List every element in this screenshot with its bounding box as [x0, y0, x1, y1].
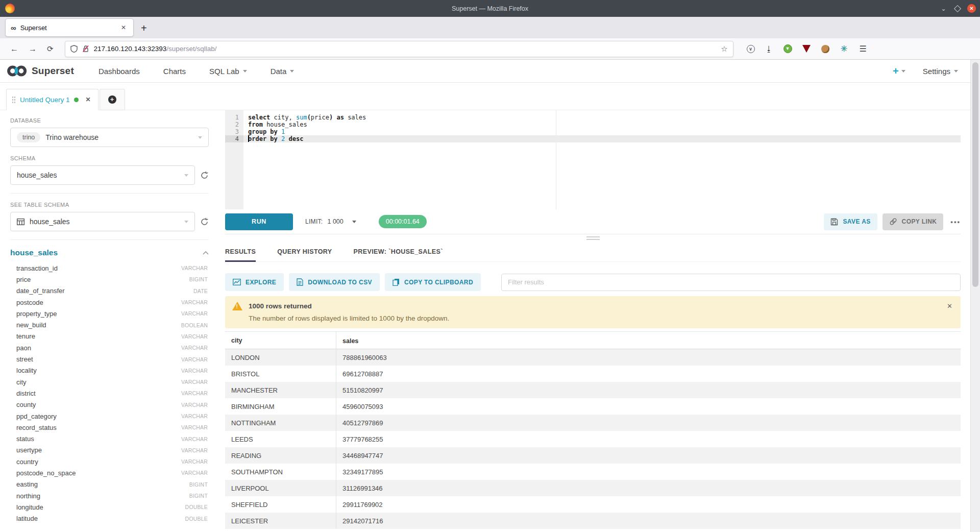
column-header-city[interactable]: city [225, 337, 242, 344]
tracking-shield-icon[interactable] [70, 45, 78, 53]
column-name: postcode [16, 299, 181, 306]
url-bar[interactable]: 217.160.120.143:32393/superset/sqllab/ ☆ [65, 41, 733, 57]
superset-logo-icon [6, 64, 29, 78]
nav-item-sql-lab[interactable]: SQL Lab [209, 67, 247, 76]
nav-label: Dashboards [99, 67, 140, 76]
sql-editor[interactable]: 1234 select city, sum(price) as salesfro… [225, 110, 961, 209]
tab-close-icon[interactable]: ✕ [119, 23, 128, 32]
alert-close-icon[interactable]: ✕ [947, 302, 952, 310]
results-tabbar: RESULTS QUERY HISTORY PREVIEW: `HOUSE_SA… [225, 241, 961, 262]
reload-icon[interactable]: ⟳ [47, 44, 54, 54]
pane-resize-handle[interactable] [225, 234, 961, 241]
superset-brand[interactable]: Superset [6, 64, 74, 78]
copy-link-button[interactable]: COPY LINK [883, 213, 944, 230]
downloads-icon[interactable]: ⭳ [765, 44, 774, 54]
tab-preview-house-sales[interactable]: PREVIEW: `HOUSE_SALES` [354, 241, 443, 262]
column-type: DATE [193, 288, 208, 294]
schema-column-row: locality VARCHAR [10, 365, 209, 376]
nav-item-charts[interactable]: Charts [163, 67, 186, 76]
table-row: LIVERPOOL 31126991346 [225, 480, 961, 496]
column-list: transaction_id VARCHAR price BIGINT date… [10, 262, 209, 524]
privacy-badger-icon[interactable]: ▼ [783, 44, 792, 53]
column-name: postcode_no_space [16, 469, 181, 477]
column-type: DOUBLE [185, 516, 208, 522]
schema-column-row: county VARCHAR [10, 399, 209, 410]
schema-column-row: city VARCHAR [10, 376, 209, 388]
filter-results-input[interactable] [501, 274, 961, 291]
superset-favicon-icon: ∞ [11, 24, 16, 32]
more-options-icon[interactable]: ••• [950, 218, 961, 226]
browser-tab-title: Superset [20, 24, 119, 32]
tab-results[interactable]: RESULTS [225, 241, 256, 262]
column-name: record_status [16, 424, 181, 431]
copy-clipboard-button[interactable]: COPY TO CLIPBOARD [385, 273, 481, 291]
nav-item-data[interactable]: Data [271, 67, 295, 76]
column-type: VARCHAR [181, 368, 208, 374]
chevron-down-icon [198, 136, 202, 139]
cell-sales: 34468947747 [336, 452, 383, 460]
page-scrollbar[interactable] [970, 60, 980, 532]
nav-item-dashboards[interactable]: Dashboards [99, 67, 140, 76]
copy-clipboard-label: COPY TO CLIPBOARD [404, 279, 473, 286]
schema-column-row: property_type VARCHAR [10, 308, 209, 319]
consent-extension-icon[interactable]: ✳ [840, 44, 849, 54]
table-heading[interactable]: house_sales [10, 248, 203, 257]
column-name: ppd_category [16, 413, 181, 420]
query-tab-active[interactable]: Untitled Query 1 ✕ [6, 89, 99, 110]
back-icon[interactable]: ← [10, 44, 18, 54]
database-select[interactable]: trino Trino warehouse [10, 128, 209, 147]
table-row: LEICESTER 29142071716 [225, 513, 961, 529]
file-icon [297, 278, 303, 286]
cell-sales: 69612708887 [336, 370, 383, 378]
cell-city: NOTTINGHAM [225, 419, 276, 427]
link-icon [889, 217, 897, 226]
schema-column-row: date_of_transfer DATE [10, 285, 209, 297]
results-table-header: city sales [225, 332, 961, 349]
insecure-lock-icon[interactable] [82, 45, 89, 53]
nav-label: Data [271, 67, 287, 76]
new-tab-button[interactable]: + [141, 22, 147, 34]
cell-sales: 29911769902 [336, 501, 383, 509]
scrollbar-thumb[interactable] [972, 62, 978, 287]
limit-value: 1 000 [327, 218, 343, 225]
cell-sales: 45960075093 [336, 403, 383, 410]
refresh-tables-icon[interactable] [200, 217, 209, 226]
window-minimize-icon[interactable]: ⌄ [939, 4, 948, 13]
drag-grip-icon[interactable] [12, 96, 16, 103]
pocket-icon[interactable]: ∨ [747, 45, 755, 53]
column-header-sales[interactable]: sales [336, 337, 358, 345]
schema-column-row: postcode VARCHAR [10, 297, 209, 308]
settings-menu[interactable]: Settings [923, 67, 958, 76]
refresh-schemas-icon[interactable] [200, 171, 209, 180]
browser-tab[interactable]: ∞ Superset ✕ [5, 18, 134, 37]
save-as-button[interactable]: SAVE AS [824, 213, 877, 230]
add-query-tab[interactable]: + [100, 89, 125, 110]
column-type: DOUBLE [185, 504, 208, 510]
new-item-button[interactable]: + [893, 65, 905, 77]
schema-label: SCHEMA [10, 155, 209, 161]
schema-select[interactable]: house_sales [10, 165, 195, 185]
bookmark-star-icon[interactable]: ☆ [721, 44, 727, 54]
download-csv-button[interactable]: DOWNLOAD TO CSV [289, 273, 380, 291]
window-maximize-icon[interactable] [954, 5, 961, 12]
results-table: city sales LONDON 788861960063 BRISTOL 6… [225, 331, 961, 532]
window-close-icon[interactable]: ✕ [967, 4, 976, 13]
url-text[interactable]: 217.160.120.143:32393/superset/sqllab/ [94, 45, 721, 53]
forward-icon[interactable]: → [29, 44, 37, 54]
run-toolbar: RUN LIMIT: 1 000 00:00:01.64 SAVE AS COP… [225, 209, 961, 234]
nav-label: SQL Lab [209, 67, 239, 76]
cookie-extension-icon[interactable] [821, 44, 830, 54]
tab-query-history[interactable]: QUERY HISTORY [277, 241, 332, 262]
chevron-up-icon[interactable] [203, 251, 209, 255]
query-tab-close-icon[interactable]: ✕ [86, 96, 91, 103]
editor-code[interactable]: select city, sum(price) as salesfrom hou… [243, 110, 961, 209]
run-button[interactable]: RUN [225, 213, 293, 230]
table-row: BRISTOL 69612708887 [225, 366, 961, 382]
table-select[interactable]: house_sales [10, 212, 195, 231]
browser-tabstrip: ∞ Superset ✕ + [0, 17, 980, 38]
explore-button[interactable]: EXPLORE [225, 273, 284, 291]
url-host: 217.160.120.143:32393 [94, 45, 167, 53]
hamburger-menu-icon[interactable]: ☰ [859, 44, 868, 54]
ublock-icon[interactable] [802, 44, 811, 54]
limit-dropdown[interactable]: LIMIT: 1 000 [305, 218, 356, 225]
